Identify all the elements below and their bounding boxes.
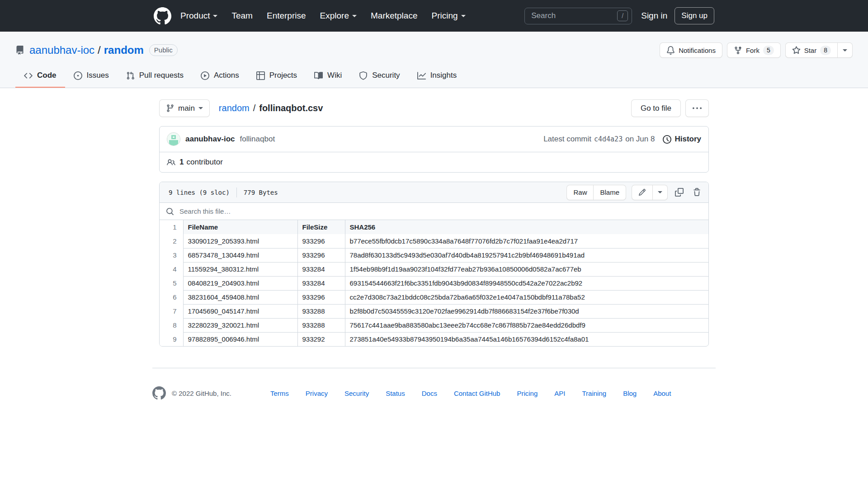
star-button[interactable]: Star 8	[785, 42, 838, 58]
table-row: 6 38231604_459408.html 933296 cc2e7d308c…	[160, 290, 708, 304]
commit-message-link[interactable]: follinaqbot	[240, 135, 275, 144]
copy-file-button[interactable]	[673, 186, 685, 198]
cell-filesize: 933296	[297, 290, 345, 304]
nav-item-marketplace[interactable]: Marketplace	[371, 11, 418, 21]
line-number: 6	[160, 290, 183, 304]
repo-owner-link[interactable]: aanubhav-ioc	[29, 44, 94, 56]
go-to-file-button[interactable]: Go to file	[631, 99, 681, 117]
tab-issues[interactable]: Issues	[65, 65, 118, 88]
repo-name-link[interactable]: random	[104, 44, 144, 56]
tab-pull-requests[interactable]: Pull requests	[118, 65, 192, 88]
commit-date: on Jun 8	[625, 135, 655, 144]
tab-security[interactable]: Security	[350, 65, 408, 88]
file-size-info: 779 Bytes	[244, 189, 278, 196]
repo-book-icon	[15, 46, 24, 55]
chevron-down-icon	[352, 15, 357, 17]
trash-icon	[693, 188, 701, 197]
header-search-input[interactable]	[530, 11, 617, 21]
tab-projects[interactable]: Projects	[248, 65, 306, 88]
site-header: Product Team Enterprise Explore Marketpl…	[0, 0, 868, 32]
github-logo-icon[interactable]	[154, 7, 171, 25]
code-icon	[24, 71, 33, 80]
search-icon	[166, 207, 174, 216]
fork-count: 5	[763, 46, 774, 55]
line-number: 9	[160, 332, 183, 346]
cell-sha256: 75617c441aae9ba883580abc13eee2b74cc68e7c…	[345, 318, 708, 332]
sign-in-link[interactable]: Sign in	[641, 11, 667, 21]
history-link[interactable]: History	[663, 135, 701, 144]
footer-link[interactable]: Status	[386, 389, 405, 397]
fork-icon	[734, 46, 742, 55]
cell-filename: 68573478_130449.html	[183, 248, 297, 262]
chevron-down-icon	[198, 107, 203, 109]
nav-item-team[interactable]: Team	[231, 11, 252, 21]
nav-item-pricing[interactable]: Pricing	[431, 11, 465, 21]
fork-button[interactable]: Fork 5	[727, 42, 781, 58]
divider	[236, 188, 237, 197]
footer-link[interactable]: Pricing	[517, 389, 538, 397]
header-search-box[interactable]: /	[524, 8, 632, 24]
commit-author-link[interactable]: aanubhav-ioc	[185, 135, 235, 144]
file-search-bar[interactable]	[160, 203, 708, 220]
edit-file-button[interactable]	[632, 185, 653, 200]
table-row: 7 17045690_045147.html 933288 b2f8b0d7c5…	[160, 304, 708, 318]
tab-actions[interactable]: Actions	[192, 65, 248, 88]
book-icon	[314, 71, 323, 80]
file-header-bar: 9 lines (9 sloc) 779 Bytes Raw Blame	[160, 182, 708, 203]
shield-icon	[359, 71, 368, 80]
contributors-row[interactable]: 1 contributor	[160, 152, 708, 172]
footer-link[interactable]: API	[554, 389, 565, 397]
line-number: 1	[160, 220, 183, 234]
footer-link[interactable]: Security	[344, 389, 369, 397]
cell-filesize: 933292	[297, 332, 345, 346]
commit-sha-link[interactable]: c4d4a23	[594, 135, 623, 143]
tab-insights[interactable]: Insights	[409, 65, 466, 88]
footer-link[interactable]: Contact GitHub	[454, 389, 500, 397]
chevron-down-icon	[658, 191, 662, 193]
cell-sha256: 273851a40e54933b87943950194b6a35aa7445a1…	[345, 332, 708, 346]
cell-filename: 38231604_459408.html	[183, 290, 297, 304]
line-number: 2	[160, 234, 183, 248]
latest-commit-label: Latest commit	[543, 135, 591, 144]
notifications-label: Notifications	[679, 47, 716, 54]
file-search-input[interactable]	[179, 207, 702, 216]
commit-meta: Latest commit c4d4a23 on Jun 8	[543, 135, 655, 144]
cell-filesize: 933288	[297, 304, 345, 318]
history-label: History	[675, 135, 701, 144]
tab-code[interactable]: Code	[15, 65, 65, 88]
cell-sha256: 693154544663f21f6bc3351fdb9043b9d0834f89…	[345, 276, 708, 290]
nav-item-enterprise[interactable]: Enterprise	[267, 11, 306, 21]
copy-icon	[675, 188, 684, 197]
star-dropdown-button[interactable]	[837, 42, 853, 58]
footer-link[interactable]: Training	[582, 389, 606, 397]
contributors-label: contributor	[186, 158, 222, 167]
raw-button[interactable]: Raw	[566, 185, 594, 200]
edit-dropdown-button[interactable]	[652, 185, 668, 200]
github-mark-icon[interactable]	[152, 386, 166, 400]
sign-up-button[interactable]: Sign up	[675, 7, 714, 24]
more-options-button[interactable]	[685, 99, 709, 117]
line-number: 3	[160, 248, 183, 262]
footer-link[interactable]: Terms	[270, 389, 289, 397]
play-circle-icon	[201, 71, 209, 80]
pencil-icon	[638, 188, 646, 196]
delete-file-button[interactable]	[691, 186, 703, 198]
footer-link[interactable]: Privacy	[306, 389, 328, 397]
blame-button[interactable]: Blame	[593, 185, 626, 200]
tab-wiki[interactable]: Wiki	[306, 65, 350, 88]
notifications-button[interactable]: Notifications	[660, 42, 722, 58]
breadcrumb-repo-link[interactable]: random	[219, 103, 250, 113]
nav-item-explore[interactable]: Explore	[320, 11, 357, 21]
branch-selector-button[interactable]: main	[159, 99, 210, 117]
footer-link[interactable]: Blog	[623, 389, 637, 397]
site-footer: © 2022 GitHub, Inc. TermsPrivacySecurity…	[152, 368, 716, 418]
bell-icon	[666, 46, 675, 55]
table-row: 5 08408219_204903.html 933284 6931545446…	[160, 276, 708, 290]
footer-link[interactable]: About	[653, 389, 671, 397]
tab-label: Issues	[87, 71, 109, 80]
clock-history-icon	[663, 135, 671, 144]
csv-table: 1 FileName FileSize SHA256 2 33090129_20…	[160, 220, 708, 346]
avatar[interactable]	[167, 132, 180, 146]
nav-item-product[interactable]: Product	[180, 11, 217, 21]
footer-link[interactable]: Docs	[422, 389, 437, 397]
